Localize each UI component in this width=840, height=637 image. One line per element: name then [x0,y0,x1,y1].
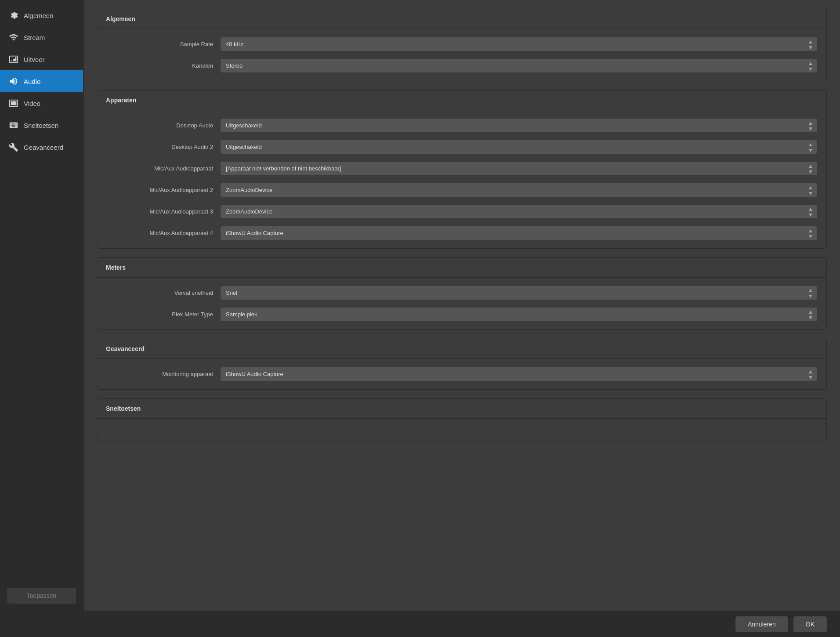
section-sneltoetsen-header: Sneltoetsen [97,399,826,419]
control-mic-aux-1: [Apparaat niet verbonden of niet beschik… [220,161,818,176]
select-sample-rate[interactable]: 48 kHz [220,37,818,51]
section-meters-body: Verval snelheid Snel ▲▼ Piek Meter Type … [97,278,826,329]
control-mic-aux-2: ZoomAudioDevice ▲▼ [220,183,818,197]
section-geavanceerd-body: Monitoring apparaat iShowU Audio Capture… [97,359,826,389]
svg-rect-0 [11,101,17,105]
form-row-piek-meter: Piek Meter Type Sample piek ▲▼ [97,304,826,325]
label-verval-snelheid: Verval snelheid [106,290,220,296]
sidebar-item-audio-label: Audio [24,78,40,85]
label-mic-aux-2: Mic/Aux Audioapparaat 2 [106,187,220,193]
section-algemeen-header: Algemeen [97,9,826,29]
form-row-mic-aux-4: Mic/Aux Audioapparaat 4 iShowU Audio Cap… [97,222,826,244]
form-row-sample-rate: Sample Rate 48 kHz ▲▼ [97,33,826,55]
advanced-icon [9,142,18,152]
select-desktop-audio[interactable]: Uitgeschakeld [220,118,818,133]
section-sneltoetsen: Sneltoetsen [97,398,827,441]
sidebar-item-uitvoer-label: Uitvoer [24,56,45,63]
sidebar-item-stream[interactable]: Stream [0,26,83,48]
control-monitoring: iShowU Audio Capture ▲▼ [220,367,818,381]
sidebar-item-algemeen-label: Algemeen [24,12,54,19]
main-content: Algemeen Sample Rate 48 kHz ▲▼ Kanalen [83,0,840,611]
section-apparaten-header: Apparaten [97,90,826,110]
control-sample-rate: 48 kHz ▲▼ [220,37,818,51]
section-apparaten: Apparaten Desktop Audio Uitgeschakeld ▲▼… [97,90,827,249]
section-meters-header: Meters [97,258,826,278]
toepassen-button[interactable]: Toepassen [7,588,76,604]
select-mic-aux-3[interactable]: ZoomAudioDevice [220,204,818,219]
sidebar-item-uitvoer[interactable]: Uitvoer [0,48,83,70]
annuleren-button[interactable]: Annuleren [735,616,788,632]
sidebar-item-stream-label: Stream [24,34,45,41]
label-desktop-audio-2: Desktop Audio 2 [106,144,220,150]
form-row-mic-aux-2: Mic/Aux Audioapparaat 2 ZoomAudioDevice … [97,179,826,201]
hotkeys-icon [9,120,18,130]
section-sneltoetsen-body [97,419,826,441]
form-row-kanalen: Kanalen Stereo ▲▼ [97,55,826,76]
control-verval-snelheid: Snel ▲▼ [220,286,818,300]
form-row-desktop-audio-2: Desktop Audio 2 Uitgeschakeld ▲▼ [97,136,826,158]
label-piek-meter: Piek Meter Type [106,311,220,318]
sidebar-item-sneltoetsen[interactable]: Sneltoetsen [0,114,83,136]
control-kanalen: Stereo ▲▼ [220,58,818,73]
sidebar-item-sneltoetsen-label: Sneltoetsen [24,122,58,129]
select-desktop-audio-2[interactable]: Uitgeschakeld [220,140,818,154]
select-piek-meter[interactable]: Sample piek [220,307,818,322]
sidebar-footer: Toepassen [0,581,83,611]
label-mic-aux-4: Mic/Aux Audioapparaat 4 [106,230,220,236]
form-row-verval-snelheid: Verval snelheid Snel ▲▼ [97,282,826,304]
sidebar-item-geavanceerd-label: Geavanceerd [24,144,63,151]
select-kanalen[interactable]: Stereo [220,58,818,73]
label-mic-aux-3: Mic/Aux Audioapparaat 3 [106,208,220,215]
label-monitoring: Monitoring apparaat [106,371,220,377]
section-algemeen-body: Sample Rate 48 kHz ▲▼ Kanalen Stereo [97,29,826,81]
select-mic-aux-1[interactable]: [Apparaat niet verbonden of niet beschik… [220,161,818,176]
select-verval-snelheid[interactable]: Snel [220,286,818,300]
select-monitoring[interactable]: iShowU Audio Capture [220,367,818,381]
sidebar: Algemeen Stream Uitvoer [0,0,83,611]
control-mic-aux-3: ZoomAudioDevice ▲▼ [220,204,818,219]
section-geavanceerd-header: Geavanceerd [97,339,826,359]
label-kanalen: Kanalen [106,62,220,69]
form-row-monitoring: Monitoring apparaat iShowU Audio Capture… [97,363,826,385]
sidebar-item-video[interactable]: Video [0,92,83,114]
control-desktop-audio: Uitgeschakeld ▲▼ [220,118,818,133]
label-desktop-audio: Desktop Audio [106,122,220,129]
select-mic-aux-4[interactable]: iShowU Audio Capture [220,226,818,240]
label-mic-aux-1: Mic/Aux Audioapparaat [106,165,220,172]
stream-icon [9,33,18,42]
form-row-desktop-audio: Desktop Audio Uitgeschakeld ▲▼ [97,115,826,136]
label-sample-rate: Sample Rate [106,41,220,47]
section-geavanceerd: Geavanceerd Monitoring apparaat iShowU A… [97,339,827,390]
section-meters: Meters Verval snelheid Snel ▲▼ Piek Mete… [97,257,827,330]
ok-button[interactable]: OK [793,616,827,632]
control-mic-aux-4: iShowU Audio Capture ▲▼ [220,226,818,240]
form-row-mic-aux-1: Mic/Aux Audioapparaat [Apparaat niet ver… [97,158,826,179]
control-piek-meter: Sample piek ▲▼ [220,307,818,322]
sidebar-item-algemeen[interactable]: Algemeen [0,4,83,26]
sidebar-item-audio[interactable]: Audio [0,70,83,92]
video-icon [9,98,18,108]
output-icon [9,54,18,64]
section-apparaten-body: Desktop Audio Uitgeschakeld ▲▼ Desktop A… [97,110,826,248]
sidebar-item-geavanceerd[interactable]: Geavanceerd [0,136,83,158]
audio-icon [9,76,18,86]
form-row-mic-aux-3: Mic/Aux Audioapparaat 3 ZoomAudioDevice … [97,201,826,222]
select-mic-aux-2[interactable]: ZoomAudioDevice [220,183,818,197]
section-algemeen: Algemeen Sample Rate 48 kHz ▲▼ Kanalen [97,9,827,81]
control-desktop-audio-2: Uitgeschakeld ▲▼ [220,140,818,154]
sidebar-item-video-label: Video [24,100,40,107]
gear-icon [9,11,18,20]
bottom-bar: Annuleren OK [0,611,840,637]
